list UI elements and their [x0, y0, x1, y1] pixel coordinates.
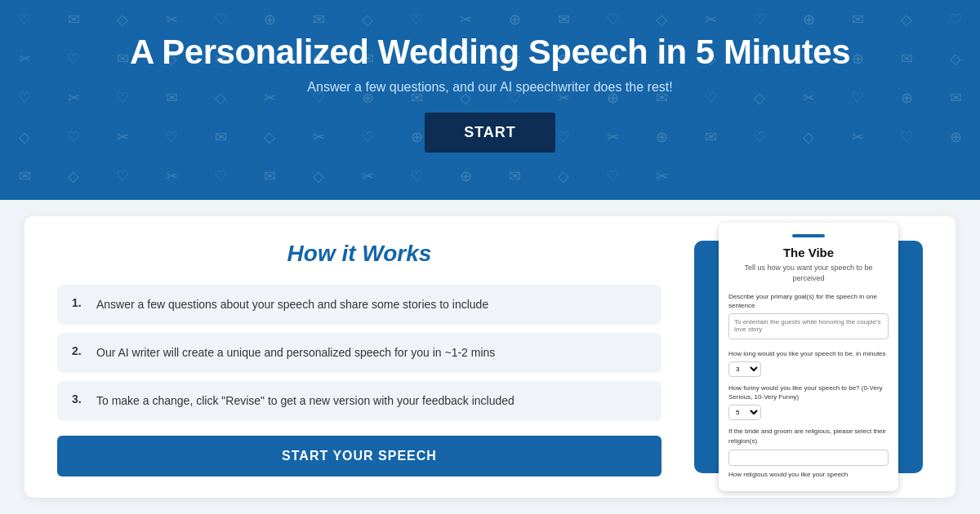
- hero-content: A Personalized Wedding Speech in 5 Minut…: [16, 33, 964, 153]
- main-section: How it Works 1. Answer a few questions a…: [0, 200, 980, 514]
- hero-start-button[interactable]: START: [425, 113, 555, 153]
- step-number-3: 3.: [72, 392, 88, 405]
- phone-mockup-subtitle: Tell us how you want your speech to be p…: [728, 263, 889, 283]
- deco-icon: ♡: [196, 157, 245, 196]
- left-column: How it Works 1. Answer a few questions a…: [57, 241, 662, 473]
- step-text-3: To make a change, click "Revise" to get …: [96, 392, 514, 410]
- deco-icon: ✉: [490, 157, 539, 196]
- start-speech-button[interactable]: START YOUR SPEECH: [57, 436, 662, 476]
- phone-primary-goal-input[interactable]: [728, 313, 889, 339]
- deco-icon: ✂: [147, 157, 196, 196]
- phone-mockup: The Vibe Tell us how you want your speec…: [719, 223, 898, 490]
- deco-icon: ✂: [343, 157, 392, 196]
- deco-icon: ⊕: [441, 157, 490, 196]
- hero-section: ♡ ✉ ◇ ✂ ♡ ⊕ ✉ ◇ ♡ ✂ ⊕ ✉ ♡ ◇ ✂ ♡ ⊕ ✉ ◇ ♡ …: [0, 0, 980, 200]
- step-number-1: 1.: [72, 296, 88, 309]
- phone-funny-select[interactable]: 5: [728, 405, 761, 420]
- right-column: The Vibe Tell us how you want your speec…: [694, 241, 923, 473]
- phone-religion-input[interactable]: [728, 450, 889, 466]
- phone-length-select[interactable]: 3: [728, 361, 761, 377]
- deco-icon: ◇: [49, 157, 98, 196]
- step-text-1: Answer a few questions about your speech…: [96, 296, 488, 313]
- phone-funny-label: How funny would you like your speech to …: [728, 383, 889, 401]
- phone-length-row: 3: [728, 361, 889, 377]
- deco-icon: ✂: [637, 157, 686, 196]
- deco-icon: ◇: [539, 157, 588, 196]
- phone-religious-level-label: How religious would you like your speech: [728, 471, 889, 479]
- section-title: How it Works: [57, 241, 662, 267]
- deco-icon: ✉: [0, 157, 49, 196]
- deco-icon: ◇: [294, 157, 343, 196]
- deco-icon: ♡: [588, 157, 637, 196]
- phone-top-bar: [792, 234, 825, 237]
- phone-mockup-title: The Vibe: [728, 246, 889, 259]
- step-item-2: 2. Our AI writer will create a unique an…: [57, 333, 662, 373]
- hero-subtitle: Answer a few questions, and our AI speec…: [16, 80, 964, 95]
- step-item-3: 3. To make a change, click "Revise" to g…: [57, 381, 662, 421]
- phone-length-label: How long would you like your speech to b…: [728, 349, 889, 358]
- how-it-works-card: How it Works 1. Answer a few questions a…: [24, 216, 956, 498]
- phone-religion-label: If the bride and groom are religious, pl…: [728, 427, 889, 445]
- phone-funny-row: 5: [728, 405, 889, 420]
- step-text-2: Our AI writer will create a unique and p…: [96, 344, 495, 361]
- steps-list: 1. Answer a few questions about your spe…: [57, 285, 662, 421]
- step-number-2: 2.: [72, 344, 88, 357]
- deco-icon: ✉: [245, 157, 294, 196]
- phone-primary-goal-label: Describe your primary goal(s) for the sp…: [728, 292, 889, 310]
- hero-title: A Personalized Wedding Speech in 5 Minut…: [16, 33, 964, 72]
- deco-icon: ♡: [98, 157, 147, 196]
- deco-icon: ♡: [392, 157, 441, 196]
- step-item-1: 1. Answer a few questions about your spe…: [57, 285, 662, 325]
